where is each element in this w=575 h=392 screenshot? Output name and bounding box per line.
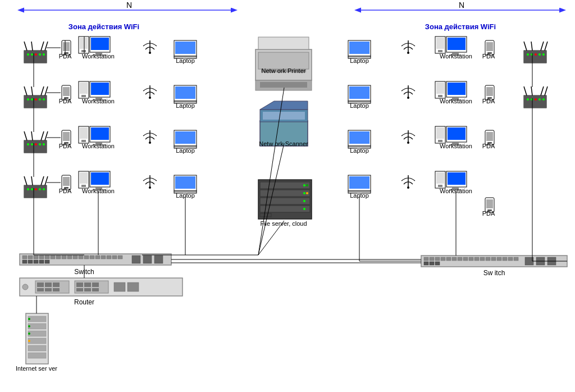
svg-line-152: [541, 42, 544, 51]
router-1: [24, 42, 48, 63]
svg-rect-57: [24, 140, 47, 153]
svg-point-137: [407, 52, 409, 54]
svg-rect-200: [486, 132, 493, 141]
svg-rect-292: [28, 345, 46, 351]
svg-rect-238: [28, 260, 33, 263]
svg-rect-71: [80, 127, 88, 139]
svg-rect-149: [524, 51, 546, 63]
svg-rect-281: [424, 262, 428, 265]
svg-rect-210: [438, 185, 442, 187]
svg-marker-119: [260, 101, 308, 110]
svg-rect-248: [45, 282, 52, 287]
svg-point-127: [306, 184, 308, 186]
svg-rect-74: [91, 127, 109, 140]
svg-rect-227: [67, 256, 72, 259]
svg-point-294: [28, 318, 30, 320]
svg-rect-249: [53, 282, 60, 287]
laptop-r3-left-label: Laptop: [176, 147, 195, 154]
svg-rect-268: [446, 257, 451, 261]
svg-rect-273: [474, 257, 479, 261]
svg-rect-101: [91, 172, 109, 185]
svg-point-128: [303, 192, 305, 194]
svg-rect-256: [92, 282, 99, 287]
svg-rect-167: [438, 95, 442, 97]
svg-rect-209: [436, 172, 444, 184]
svg-rect-242: [132, 256, 140, 263]
svg-rect-20: [91, 38, 109, 50]
svg-rect-283: [435, 262, 440, 265]
svg-rect-160: [349, 86, 369, 99]
svg-point-105: [149, 186, 151, 189]
svg-line-177: [524, 86, 527, 95]
svg-rect-125: [260, 213, 271, 217]
svg-rect-17: [80, 38, 88, 49]
svg-rect-241: [45, 260, 49, 263]
svg-rect-243: [143, 256, 152, 263]
svg-point-129: [306, 192, 308, 194]
svg-line-34: [45, 86, 48, 95]
svg-line-85: [24, 176, 27, 185]
svg-point-51: [149, 97, 151, 99]
svg-rect-187: [349, 131, 369, 144]
svg-rect-235: [112, 256, 117, 259]
svg-point-130: [303, 200, 305, 202]
internet-server-label: Internet ser ver: [16, 365, 57, 372]
right-wifi-label: Зона действия WiFi: [425, 22, 496, 31]
svg-point-207: [407, 186, 409, 189]
svg-rect-277: [497, 257, 501, 261]
svg-rect-274: [480, 257, 485, 261]
svg-rect-18: [81, 50, 86, 52]
router-3: [24, 131, 48, 153]
svg-rect-276: [491, 257, 496, 261]
svg-point-39: [43, 98, 45, 101]
svg-point-262: [22, 284, 28, 290]
svg-rect-223: [45, 256, 49, 259]
svg-point-183: [535, 98, 537, 101]
svg-rect-261: [127, 282, 139, 291]
svg-rect-173: [486, 87, 493, 96]
svg-rect-267: [441, 257, 445, 261]
svg-rect-114: [260, 82, 307, 88]
laptop-r2-left: [174, 85, 197, 104]
svg-rect-224: [51, 256, 55, 259]
svg-point-184: [539, 98, 541, 101]
svg-rect-14: [63, 42, 70, 51]
svg-line-88: [45, 176, 48, 185]
svg-point-12: [43, 53, 45, 56]
svg-rect-68: [63, 132, 70, 141]
pda-r1-right-label: PDA: [482, 53, 495, 60]
svg-rect-133: [349, 42, 369, 54]
laptop-r2-left-label: Laptop: [176, 102, 195, 109]
svg-point-64: [35, 143, 37, 145]
svg-rect-266: [435, 257, 440, 261]
svg-point-78: [149, 142, 151, 144]
svg-rect-251: [45, 288, 52, 291]
svg-point-10: [35, 53, 37, 56]
svg-rect-288: [28, 316, 46, 322]
svg-rect-99: [81, 185, 86, 187]
svg-rect-111: [258, 52, 309, 69]
svg-rect-252: [53, 288, 60, 291]
svg-rect-53: [175, 86, 195, 99]
svg-line-151: [531, 42, 532, 51]
svg-line-150: [524, 42, 527, 51]
svg-rect-291: [28, 338, 46, 344]
svg-rect-226: [62, 256, 66, 259]
svg-point-295: [28, 325, 30, 327]
laptop-r3-left: [174, 130, 197, 149]
laptop-r4-left: [174, 175, 197, 194]
svg-rect-258: [84, 288, 91, 291]
svg-point-91: [35, 188, 37, 190]
svg-point-131: [303, 208, 305, 210]
svg-point-158: [542, 53, 545, 56]
svg-rect-146: [486, 42, 493, 51]
ws-r2-right-label: Workstation: [440, 98, 472, 104]
wifi-r1-left: [143, 40, 157, 54]
svg-rect-234: [107, 256, 111, 259]
svg-rect-240: [39, 260, 44, 263]
svg-point-9: [31, 53, 33, 56]
svg-point-35: [27, 98, 29, 101]
svg-line-32: [31, 86, 33, 95]
laptop-r1-right: [348, 40, 371, 60]
svg-rect-98: [80, 172, 88, 184]
